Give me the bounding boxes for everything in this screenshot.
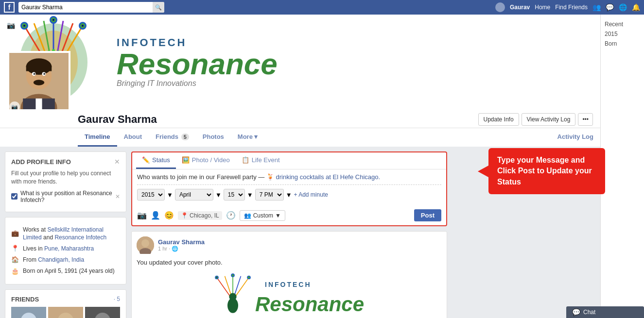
nav-home-link[interactable]: Home: [535, 4, 550, 11]
globe-icon[interactable]: 🌐: [619, 3, 627, 11]
left-panel: ADD PROFILE INFO ✕ Fill out your profile…: [5, 151, 126, 318]
avatar-camera-button[interactable]: 📷: [9, 101, 20, 109]
born-item: 🎂 Born on April 5, 1991 (24 years old): [11, 267, 120, 276]
tab-timeline[interactable]: Timeline: [78, 128, 117, 147]
status-footer: 📷 👤 😊 📍 Chicago, IL 🕐 👥 Custom ▼: [132, 207, 446, 225]
more-options-button[interactable]: •••: [578, 113, 593, 126]
timeline-nav-2015[interactable]: 2015: [605, 29, 640, 39]
audience-dropdown-icon: ▼: [275, 212, 281, 219]
from-label: From Chandigarh, India: [23, 256, 84, 264]
profile-header: 📷: [0, 15, 600, 147]
status-tab-photo[interactable]: 🖼️ Photo / Video: [176, 152, 236, 169]
svg-point-14: [52, 19, 54, 21]
notifications-icon[interactable]: 🔔: [632, 3, 640, 11]
position-item-close[interactable]: ✕: [115, 193, 120, 200]
city-link[interactable]: Pune, Maharashtra: [44, 245, 94, 252]
add-profile-info-desc: Fill out your profile to help you connec…: [11, 169, 120, 186]
svg-point-17: [82, 25, 84, 27]
feed-post-username[interactable]: Gaurav Sharma: [158, 238, 442, 246]
bringing-label: Bringing IT Innovations: [117, 79, 591, 88]
timeline-nav-recent[interactable]: Recent: [605, 19, 640, 29]
emoji-footer-icon[interactable]: 😊: [164, 211, 174, 220]
profile-avatar: [7, 51, 70, 109]
svg-point-37: [43, 73, 45, 75]
status-mention[interactable]: 🍹 drinking cocktails at El Hefe Chicago.: [266, 173, 380, 181]
tab-about[interactable]: About: [117, 128, 149, 147]
tag-footer-icon[interactable]: 👤: [151, 211, 160, 220]
feed-post-info: Gaurav Sharma 1 hr · 🌐: [158, 238, 442, 252]
add-minute-link[interactable]: + Add minute: [294, 191, 328, 198]
status-tab-status[interactable]: ✏️ Status: [136, 152, 176, 169]
svg-point-64: [248, 276, 250, 278]
about-info-card: 💼 Works at Sellskillz International Limi…: [5, 217, 126, 285]
position-checkbox[interactable]: [11, 193, 17, 200]
year-select[interactable]: 201520142013: [137, 189, 165, 201]
profile-action-buttons: Update Info View Activity Log •••: [478, 113, 593, 126]
friends-header: FRIENDS · 5: [11, 296, 120, 303]
tab-photos[interactable]: Photos: [196, 128, 231, 147]
cover-camera-button[interactable]: 📷: [4, 18, 17, 32]
camera-footer-icon[interactable]: 📷: [137, 211, 147, 220]
messages-icon[interactable]: 💬: [606, 3, 614, 11]
update-info-button[interactable]: Update Info: [478, 113, 519, 126]
works-at-item: 💼 Works at Sellskillz International Limi…: [11, 226, 120, 242]
works-at-label: Works at Sellskillz International Limite…: [23, 226, 120, 242]
add-profile-info-header: ADD PROFILE INFO ✕: [11, 158, 120, 166]
friends-grid: Andres Acosta: [11, 307, 120, 318]
status-tabs: ✏️ Status 🖼️ Photo / Video 📋 Life Event: [132, 152, 446, 169]
tab-friends[interactable]: Friends 5: [149, 128, 196, 147]
facebook-logo[interactable]: f: [4, 2, 15, 13]
add-profile-info-title: ADD PROFILE INFO: [11, 158, 71, 166]
tab-more[interactable]: More ▾: [231, 128, 265, 147]
svg-point-60: [216, 277, 217, 278]
nav-find-friends-link[interactable]: Find Friends: [555, 4, 588, 11]
birthday-icon: 🎂: [11, 267, 19, 276]
top-navigation: f 🔍 Gaurav Home Find Friends 👥 💬 🌐 🔔: [0, 0, 644, 15]
friend-avatar-2: [48, 307, 83, 318]
clock-footer-icon[interactable]: 🕐: [226, 211, 236, 220]
map-pin-icon: 📍: [181, 212, 188, 219]
date-row: 201520142013 ▼ AprilJanuaryFebruaryMarch…: [137, 189, 441, 201]
status-composer: ✏️ Status 🖼️ Photo / Video 📋 Life Event: [131, 151, 447, 226]
nav-right-area: Gaurav Home Find Friends 👥 💬 🌐 🔔: [495, 2, 640, 12]
friend-item-3[interactable]: [85, 307, 120, 318]
status-icon: ✏️: [142, 156, 150, 164]
feed-post-avatar: [137, 236, 154, 254]
lives-in-item: 📍 Lives in Pune, Maharashtra: [11, 244, 120, 253]
from-item: 🏠 From Chandigarh, India: [11, 255, 120, 264]
hometown-link[interactable]: Chandigarh, India: [38, 256, 84, 263]
profile-name: Gaurav Sharma: [78, 113, 157, 126]
work-icon: 💼: [11, 229, 19, 238]
view-activity-log-button[interactable]: View Activity Log: [522, 113, 576, 126]
svg-rect-39: [35, 99, 42, 109]
friends-icon[interactable]: 👥: [592, 3, 601, 11]
friends-card: FRIENDS · 5 Andres: [5, 289, 126, 318]
activity-log-link[interactable]: Activity Log: [551, 129, 600, 146]
photo-icon: 🖼️: [182, 156, 190, 164]
friends-count-badge: 5: [181, 134, 189, 140]
timeline-nav-born[interactable]: Born: [605, 39, 640, 49]
time-select[interactable]: 7 PM: [255, 189, 284, 201]
friend-item-2[interactable]: Andres Acosta: [48, 307, 83, 318]
resonance-label: Resonance: [117, 49, 591, 79]
friend-item-1[interactable]: [11, 307, 46, 318]
audience-button[interactable]: 👥 Custom ▼: [240, 210, 285, 221]
post-button[interactable]: Post: [414, 209, 441, 221]
search-button[interactable]: 🔍: [153, 2, 164, 13]
search-input[interactable]: [18, 3, 153, 12]
friend-avatar-3: [85, 307, 120, 318]
svg-point-36: [34, 73, 35, 75]
day-select[interactable]: 15: [224, 189, 245, 201]
location-icon: 📍: [11, 244, 19, 253]
chat-bar[interactable]: 💬 Chat: [566, 306, 644, 318]
nav-username[interactable]: Gaurav: [510, 4, 530, 11]
feed-post-time: 1 hr · 🌐: [158, 246, 442, 252]
add-profile-info-close[interactable]: ✕: [114, 158, 120, 166]
tooltip-box: Type your Message and Click Post to Upda…: [488, 148, 605, 194]
svg-text:INFOTECH: INFOTECH: [265, 281, 312, 288]
month-select[interactable]: AprilJanuaryFebruaryMarch: [175, 189, 213, 201]
company2-link[interactable]: Resonance Infotech: [54, 234, 106, 241]
svg-point-66: [229, 293, 236, 300]
status-tab-life-event[interactable]: 📋 Life Event: [236, 152, 286, 169]
main-feed: ✏️ Status 🖼️ Photo / Video 📋 Life Event: [131, 151, 447, 318]
